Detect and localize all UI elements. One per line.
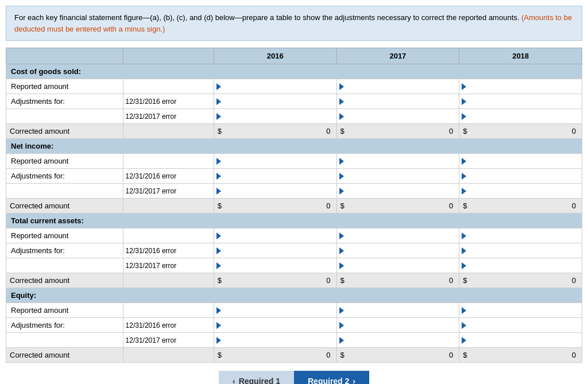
reported-input-2018[interactable] [469,157,579,165]
input-cell-adj1-2018[interactable] [459,243,582,258]
input-cell-adj2-2018[interactable] [459,184,582,199]
row-label: Reported amount [6,228,123,243]
header-year-2016: 2016 [214,48,336,64]
row-sublabel: 12/31/2017 error [123,184,214,199]
arrow-indicator [462,83,466,90]
input-cell-adj1-2018[interactable] [459,169,582,184]
adj-input-2016[interactable] [223,246,334,255]
adj-input-2017[interactable] [346,321,457,329]
adj2-input-2017[interactable] [346,187,457,195]
section-header-label: Cost of goods sold: [6,64,582,79]
reported-input-2017[interactable] [346,231,457,240]
arrow-indicator [339,307,344,314]
reported-input-2016[interactable] [223,82,334,91]
input-cell-adj2-2018[interactable] [459,258,582,273]
arrow-indicator [339,322,344,329]
input-cell-adj2-2016[interactable] [214,258,336,273]
input-cell-adj1-2017[interactable] [336,169,459,184]
input-cell-2017[interactable] [336,154,459,169]
input-cell-adj2-2018[interactable] [459,109,582,124]
adj-input-2016[interactable] [223,172,334,180]
adj-input-2018[interactable] [469,246,579,255]
input-cell-adj1-2017[interactable] [336,243,459,258]
adj2-input-2016[interactable] [223,261,334,270]
input-cell-2017[interactable] [336,228,459,243]
adj2-input-2016[interactable] [223,336,334,344]
adj-input-2016[interactable] [223,321,334,329]
row-label: Corrected amount [6,199,123,214]
adj-input-2018[interactable] [469,321,579,329]
arrow-indicator [339,337,344,344]
adj2-input-2016[interactable] [223,112,334,121]
input-cell-2016[interactable] [214,228,336,243]
input-cell-adj1-2018[interactable] [459,318,582,333]
input-cell-adj2-2016[interactable] [214,333,336,348]
input-cell-adj1-2016[interactable] [214,318,336,333]
next-button[interactable]: Required 2 › [294,371,369,384]
reported-input-2016[interactable] [223,231,334,240]
corrected-cell-2018: $ 0 [459,273,582,288]
reported-input-2016[interactable] [223,306,334,315]
input-cell-adj2-2016[interactable] [214,109,336,124]
adj2-input-2017[interactable] [346,112,457,121]
adj2-input-2018[interactable] [469,336,579,344]
row-total-current-assets-reported-0: Reported amount [6,228,582,243]
reported-input-2017[interactable] [346,306,457,315]
input-cell-2018[interactable] [459,79,582,94]
input-cell-adj2-2016[interactable] [214,184,336,199]
adj2-input-2018[interactable] [469,261,579,270]
reported-input-2018[interactable] [469,82,579,91]
reported-input-2018[interactable] [469,231,579,240]
reported-input-2017[interactable] [346,157,457,165]
input-cell-2016[interactable] [214,79,336,94]
arrow-indicator [462,247,466,254]
adj-input-2017[interactable] [346,97,457,106]
input-cell-adj1-2016[interactable] [214,243,336,258]
input-cell-adj2-2017[interactable] [336,333,459,348]
adj2-input-2017[interactable] [346,261,457,270]
dollar-sign-2017: $ [341,127,345,135]
input-cell-adj1-2017[interactable] [336,318,459,333]
input-cell-2016[interactable] [214,303,336,318]
input-cell-2017[interactable] [336,303,459,318]
reported-input-2017[interactable] [346,82,457,91]
input-cell-adj1-2018[interactable] [459,94,582,109]
arrow-indicator [462,173,466,180]
adj2-input-2016[interactable] [223,187,334,195]
input-cell-2017[interactable] [336,79,459,94]
row-label: Adjustments for: [6,243,123,258]
arrow-indicator [216,113,221,120]
adj-input-2017[interactable] [346,172,457,180]
adj-input-2018[interactable] [469,172,579,180]
input-cell-adj2-2017[interactable] [336,258,459,273]
adj-input-2018[interactable] [469,97,579,106]
row-sublabel [123,303,214,318]
input-cell-2018[interactable] [459,228,582,243]
input-cell-adj2-2018[interactable] [459,333,582,348]
prev-button-label: Required 1 [239,377,280,384]
adj-input-2016[interactable] [223,97,334,106]
input-cell-2018[interactable] [459,154,582,169]
next-chevron-icon: › [353,377,355,384]
header-year-2018: 2018 [459,48,582,64]
input-cell-adj1-2016[interactable] [214,94,336,109]
row-sublabel: 12/31/2016 error [123,169,214,184]
adj2-input-2017[interactable] [346,336,457,344]
reported-input-2018[interactable] [469,306,579,315]
adj2-input-2018[interactable] [469,112,579,121]
row-label: Adjustments for: [6,318,123,333]
adj2-input-2018[interactable] [469,187,579,195]
input-cell-2016[interactable] [214,154,336,169]
input-cell-adj1-2016[interactable] [214,169,336,184]
row-total-current-assets-adj-sub-2: 12/31/2017 error [6,258,582,273]
header-label-col [6,48,123,64]
row-sublabel [123,228,214,243]
prev-button[interactable]: ‹ Required 1 [219,371,294,384]
input-cell-adj2-2017[interactable] [336,184,459,199]
input-cell-2018[interactable] [459,303,582,318]
arrow-indicator [462,322,466,329]
reported-input-2016[interactable] [223,157,334,165]
input-cell-adj1-2017[interactable] [336,94,459,109]
adj-input-2017[interactable] [346,246,457,255]
input-cell-adj2-2017[interactable] [336,109,459,124]
